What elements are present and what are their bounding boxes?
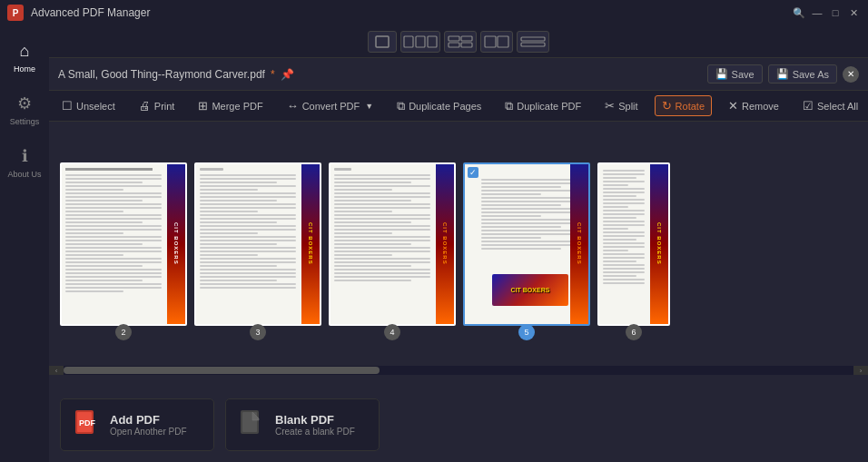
sidebar-label-settings: Settings (10, 117, 40, 126)
app-icon: P (7, 5, 24, 21)
main-layout: ⌂ Home ⚙ Settings ℹ About Us (0, 25, 868, 462)
file-name-area: A Small, Good Thing--Raymond Carver.pdf … (58, 68, 294, 81)
svg-rect-3 (428, 36, 437, 47)
title-bar-left: P Advanced PDF Manager (7, 5, 150, 21)
select-all-label: Select All (817, 101, 858, 112)
save-as-label: Save As (793, 69, 829, 80)
duplicate-pdf-button[interactable]: ⧉ Duplicate PDF (498, 95, 588, 117)
title-bar-controls[interactable]: 🔍 — □ ✕ (792, 6, 861, 19)
scroll-right-button[interactable]: › (853, 366, 868, 375)
blank-pdf-text: Blank PDF Create a blank PDF (275, 413, 355, 437)
svg-rect-9 (498, 36, 508, 47)
app-title: Advanced PDF Manager (31, 6, 150, 19)
file-name-text: A Small, Good Thing--Raymond Carver.pdf (58, 68, 265, 81)
save-as-button[interactable]: 💾 Save As (768, 64, 837, 84)
page-number: 2 (115, 324, 132, 340)
pin-icon[interactable]: 📌 (281, 68, 294, 81)
blank-pdf-button[interactable]: Blank PDF Create a blank PDF (225, 398, 380, 451)
page-side-image: CIT BOXERS (650, 164, 668, 324)
title-bar: P Advanced PDF Manager 🔍 — □ ✕ (0, 0, 868, 25)
close-file-button[interactable]: ✕ (843, 66, 859, 83)
print-icon: 🖨 (139, 99, 151, 113)
merge-pdf-button[interactable]: ⊞ Merge PDF (191, 95, 270, 116)
view-wide[interactable] (517, 31, 549, 53)
convert-pdf-button[interactable]: ↔ Convert PDF ▼ (280, 95, 381, 116)
remove-label: Remove (742, 101, 779, 112)
remove-button[interactable]: ✕ Remove (721, 95, 786, 116)
page-thumb[interactable]: CIT BOXERS 2 (60, 162, 187, 326)
add-pdf-title: Add PDF (110, 413, 187, 427)
unselect-button[interactable]: ☐ Unselect (54, 95, 123, 116)
view-single[interactable] (368, 31, 397, 53)
search-button[interactable]: 🔍 (792, 6, 806, 19)
pages-area: CIT BOXERS 2 (49, 122, 868, 388)
duplicate-pages-label: Duplicate Pages (409, 101, 481, 112)
svg-rect-0 (376, 36, 389, 47)
sidebar-label-home: Home (14, 64, 35, 74)
svg-rect-6 (449, 43, 459, 47)
sidebar-item-about[interactable]: ℹ About Us (5, 138, 44, 187)
split-label: Split (618, 101, 637, 112)
print-label: Print (154, 101, 175, 112)
duplicate-pages-icon: ⧉ (397, 99, 405, 113)
view-2x2[interactable] (444, 31, 477, 53)
unselect-icon: ☐ (62, 99, 73, 113)
view-strip[interactable] (400, 31, 440, 53)
duplicate-pages-button[interactable]: ⧉ Duplicate Pages (390, 95, 488, 117)
merge-icon: ⊞ (198, 99, 208, 113)
scroll-left-button[interactable]: ‹ (49, 366, 64, 375)
add-pdf-subtitle: Open Another PDF (110, 427, 187, 437)
convert-label: Convert PDF (302, 101, 360, 112)
view-2col[interactable] (480, 31, 513, 53)
file-actions: 💾 Save 💾 Save As ✕ (707, 64, 859, 84)
home-icon: ⌂ (20, 42, 30, 61)
svg-rect-1 (404, 36, 413, 47)
rotate-button[interactable]: ↻ Rotate (655, 95, 712, 116)
rotate-label: Rotate (676, 101, 705, 112)
add-pdf-text: Add PDF Open Another PDF (110, 413, 187, 437)
split-button[interactable]: ✂ Split (597, 95, 645, 116)
pages-scroll[interactable]: CIT BOXERS 2 (49, 122, 868, 366)
save-button[interactable]: 💾 Save (707, 64, 763, 84)
close-button[interactable]: ✕ (846, 6, 861, 19)
page-side-image: CIT BOXERS (436, 164, 454, 324)
minimize-button[interactable]: — (810, 6, 824, 19)
print-button[interactable]: 🖨 Print (132, 95, 182, 116)
duplicate-pdf-icon: ⧉ (505, 99, 513, 113)
page-embedded-image: CIT BOXERS (492, 274, 568, 306)
view-mode-bar (49, 25, 868, 58)
convert-dropdown-icon: ▼ (365, 102, 373, 111)
file-modified-indicator: * (271, 68, 275, 81)
page-thumb[interactable]: ✓ CIT BOXERS (463, 162, 590, 326)
page-thumb[interactable]: CIT BOXERS 3 (194, 162, 321, 326)
save-as-icon: 💾 (776, 68, 789, 80)
sidebar-item-settings[interactable]: ⚙ Settings (5, 85, 44, 134)
add-pdf-button[interactable]: PDF Add PDF Open Another PDF (60, 398, 214, 451)
scroll-thumb[interactable] (64, 367, 380, 374)
maximize-button[interactable]: □ (828, 6, 843, 19)
select-all-button[interactable]: ☑ Select All (795, 95, 865, 116)
file-bar: A Small, Good Thing--Raymond Carver.pdf … (49, 58, 868, 91)
page-thumb[interactable]: CIT BOXERS 4 (329, 162, 456, 326)
svg-rect-5 (461, 36, 472, 41)
content-area: A Small, Good Thing--Raymond Carver.pdf … (49, 25, 868, 462)
svg-rect-2 (416, 36, 425, 47)
remove-icon: ✕ (728, 99, 738, 113)
page-side-image: CIT BOXERS (301, 164, 320, 324)
horizontal-scrollbar[interactable]: ‹ › (49, 366, 868, 375)
save-label: Save (732, 69, 755, 80)
select-all-icon: ☑ (803, 99, 814, 113)
sidebar-item-home[interactable]: ⌂ Home (5, 33, 44, 82)
scroll-track[interactable] (64, 366, 853, 375)
sidebar-label-about: About Us (7, 170, 41, 179)
page-thumb[interactable]: CIT BOXERS 6 (597, 162, 670, 326)
blank-pdf-subtitle: Create a blank PDF (275, 427, 355, 437)
merge-label: Merge PDF (212, 101, 262, 112)
page-selected-checkbox: ✓ (468, 167, 478, 178)
svg-rect-7 (461, 43, 472, 47)
bottom-buttons: PDF Add PDF Open Another PDF B (49, 388, 868, 462)
save-icon: 💾 (715, 68, 728, 80)
split-icon: ✂ (605, 99, 615, 113)
sidebar: ⌂ Home ⚙ Settings ℹ About Us (0, 25, 49, 462)
svg-rect-8 (485, 36, 496, 47)
